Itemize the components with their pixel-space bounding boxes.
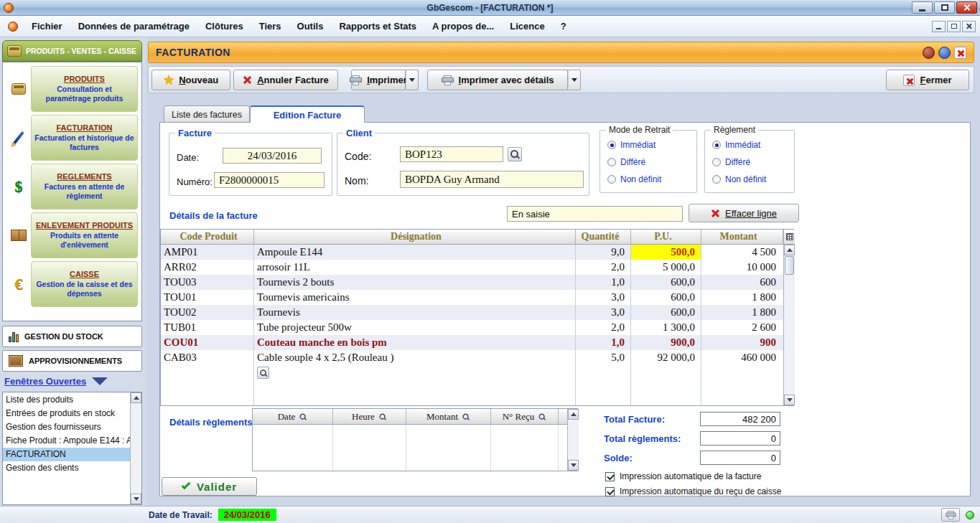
radio-retrait-immediat[interactable]: Immédiat bbox=[607, 140, 655, 150]
table-row[interactable]: TUB01 Tube projecteur 500w 2,0 1 300,0 2… bbox=[161, 320, 783, 335]
menu-outils[interactable]: Outils bbox=[289, 17, 332, 35]
menu-a-propos[interactable]: A propos de... bbox=[424, 17, 502, 35]
cell-designation[interactable]: Tube projecteur 500w bbox=[254, 320, 576, 335]
total-facture-field[interactable]: 482 200 bbox=[700, 412, 780, 426]
sidebar-item-caisse[interactable]: € CAISSE Gestion de la caisse et des dép… bbox=[6, 261, 138, 307]
column-header-quantite[interactable]: Quantité bbox=[576, 230, 631, 245]
cell-code[interactable]: ARR02 bbox=[161, 260, 254, 275]
cell-pu[interactable]: 1 300,0 bbox=[631, 320, 701, 335]
mdi-close-button[interactable] bbox=[962, 21, 976, 32]
cell-code[interactable]: AMP01 bbox=[161, 245, 254, 260]
sidebar-item-produits[interactable]: PRODUITS Consultation et paramétrage pro… bbox=[6, 66, 138, 112]
cell-pu[interactable]: 600,0 bbox=[631, 275, 701, 290]
cell-pu[interactable]: 92 000,0 bbox=[631, 350, 701, 365]
column-header-pu[interactable]: P.U. bbox=[631, 230, 701, 245]
list-item[interactable]: Fiche Produit : Ampoule E144 : A bbox=[3, 434, 130, 448]
menu-tiers[interactable]: Tiers bbox=[251, 17, 289, 35]
cell-montant[interactable]: 1 800 bbox=[701, 290, 783, 305]
menu-rapports-stats[interactable]: Rapports et Stats bbox=[331, 17, 424, 35]
column-header-recu[interactable]: N° Reçu bbox=[491, 409, 559, 425]
cell-code[interactable]: TUB01 bbox=[161, 320, 254, 335]
cell-code[interactable]: TOU03 bbox=[161, 275, 254, 290]
cell-montant[interactable]: 10 000 bbox=[701, 260, 783, 275]
cell-designation[interactable]: Ampoule E144 bbox=[254, 245, 576, 260]
radio-reglement-non-definit[interactable]: Non définit bbox=[712, 174, 766, 184]
imprimer-button[interactable]: Imprimer bbox=[351, 70, 406, 90]
cell-quantite[interactable]: 1,0 bbox=[576, 275, 631, 290]
cell-montant[interactable]: 460 000 bbox=[701, 350, 783, 365]
column-header-montant[interactable]: Montant bbox=[701, 230, 783, 245]
column-header-date[interactable]: Date bbox=[253, 409, 333, 425]
radio-reglement-differe[interactable]: Différé bbox=[712, 157, 750, 167]
gestion-stock-button[interactable]: GESTION DU STOCK bbox=[2, 326, 142, 347]
cell-montant[interactable]: 4 500 bbox=[701, 245, 783, 260]
mdi-minimize-button[interactable] bbox=[932, 21, 946, 32]
red-dot-icon[interactable] bbox=[923, 47, 935, 59]
minimize-button[interactable] bbox=[912, 1, 933, 14]
cell-designation[interactable]: Couteau manche en bois pm bbox=[254, 335, 576, 350]
table-row[interactable]: ARR02 arrosoir 11L 2,0 5 000,0 10 000 bbox=[161, 260, 783, 275]
table-row[interactable]: TOU03 Tournevis 2 bouts 1,0 600,0 600 bbox=[161, 275, 783, 290]
approvisionnements-button[interactable]: APPROVISIONNEMENTS bbox=[2, 350, 142, 372]
cell-pu[interactable]: 5 000,0 bbox=[631, 260, 701, 275]
cell-pu[interactable]: 600,0 bbox=[631, 290, 701, 305]
cell-pu[interactable]: 900,0 bbox=[631, 335, 701, 350]
chevron-down-icon[interactable] bbox=[92, 377, 108, 385]
imprimer-details-dropdown-button[interactable] bbox=[568, 70, 581, 90]
cell-code[interactable]: CAB03 bbox=[161, 350, 254, 365]
table-row[interactable]: CAB03 Cable souple 4 x 2,5 (Rouleau ) 5,… bbox=[161, 350, 783, 365]
table-row-highlighted[interactable]: COU01 Couteau manche en bois pm 1,0 900,… bbox=[161, 335, 783, 350]
table-corner-button[interactable] bbox=[784, 230, 795, 245]
total-reglements-field[interactable]: 0 bbox=[700, 431, 780, 446]
list-scrollbar[interactable] bbox=[130, 392, 141, 504]
statut-facture-field[interactable]: En saisie bbox=[507, 206, 683, 222]
tab-liste-factures[interactable]: Liste des factures bbox=[164, 105, 250, 123]
cell-code[interactable]: TOU02 bbox=[161, 305, 254, 320]
checkbox-impression-facture[interactable]: Impression automatique de la facture bbox=[605, 471, 761, 481]
checkbox-impression-recu[interactable]: Impression automatique du reçu de caisse bbox=[605, 486, 781, 496]
nouveau-button[interactable]: ★ Nouveau bbox=[151, 70, 230, 90]
table-row[interactable]: AMP01 Ampoule E144 9,0 500,0 4 500 bbox=[161, 245, 783, 260]
cell-quantite[interactable]: 5,0 bbox=[576, 350, 631, 365]
cell-quantite[interactable]: 2,0 bbox=[576, 260, 631, 275]
scroll-up-button[interactable] bbox=[784, 245, 795, 255]
date-field[interactable]: 24/03/2016 bbox=[223, 148, 322, 164]
cell-quantite[interactable]: 3,0 bbox=[576, 290, 631, 305]
cell-designation[interactable]: Tournevis 2 bouts bbox=[254, 275, 576, 290]
menu-aide[interactable]: ? bbox=[553, 17, 574, 35]
fermer-button[interactable]: Fermer bbox=[886, 70, 969, 90]
cell-pu-selected[interactable]: 500,0 bbox=[631, 245, 701, 260]
cell-montant[interactable]: 600 bbox=[701, 275, 783, 290]
cell-montant[interactable]: 900 bbox=[701, 335, 783, 350]
cell-pu[interactable]: 600,0 bbox=[631, 305, 701, 320]
list-item[interactable]: Gestion des clients bbox=[3, 461, 130, 475]
cell-designation[interactable]: arrosoir 11L bbox=[254, 260, 576, 275]
close-button[interactable] bbox=[956, 1, 977, 14]
list-item[interactable]: Gestion des fournisseurs bbox=[3, 420, 130, 434]
cell-quantite[interactable]: 3,0 bbox=[576, 305, 631, 320]
radio-retrait-differe[interactable]: Différé bbox=[607, 157, 645, 167]
client-nom-field[interactable]: BOPDA Guy Armand bbox=[400, 171, 584, 188]
radio-retrait-non-definit[interactable]: Non définit bbox=[607, 174, 661, 184]
client-search-button[interactable] bbox=[508, 147, 522, 161]
menu-clotures[interactable]: Clôtures bbox=[197, 17, 251, 35]
table-row[interactable]: TOU01 Tournevis americains 3,0 600,0 1 8… bbox=[161, 290, 783, 305]
tab-edition-facture[interactable]: Edition Facture bbox=[250, 105, 365, 123]
blue-dot-icon[interactable] bbox=[938, 47, 951, 59]
list-item[interactable]: Liste des produits bbox=[3, 393, 130, 407]
sidebar-item-reglements[interactable]: $ REGLEMENTS Factures en attente de règl… bbox=[6, 164, 138, 209]
radio-reglement-immediat[interactable]: Immédiat bbox=[712, 140, 760, 150]
client-code-field[interactable]: BOP123 bbox=[400, 146, 503, 162]
close-panel-icon[interactable] bbox=[954, 47, 966, 59]
cell-quantite[interactable]: 1,0 bbox=[576, 335, 631, 350]
menu-fichier[interactable]: Fichier bbox=[24, 17, 70, 35]
scroll-down-button[interactable] bbox=[131, 494, 141, 504]
scroll-up-button[interactable] bbox=[131, 392, 141, 403]
list-item-active[interactable]: FACTURATION bbox=[3, 448, 130, 461]
mdi-restore-button[interactable] bbox=[947, 21, 961, 32]
effacer-ligne-button[interactable]: Effacer ligne bbox=[689, 204, 799, 222]
valider-button[interactable]: Valider bbox=[162, 477, 257, 496]
cell-designation[interactable]: Tournevis americains bbox=[254, 290, 576, 305]
cell-montant[interactable]: 1 800 bbox=[701, 305, 783, 320]
solde-field[interactable]: 0 bbox=[700, 451, 780, 465]
